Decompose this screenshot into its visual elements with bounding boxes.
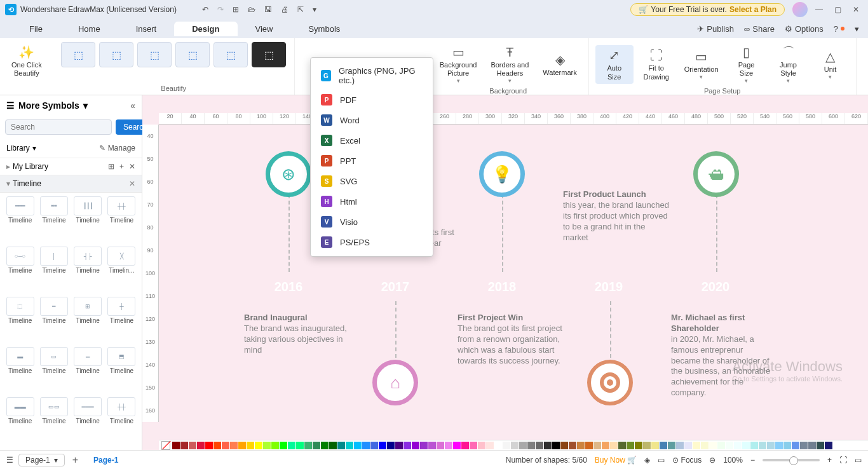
color-swatch[interactable] — [825, 442, 832, 449]
color-swatch[interactable] — [709, 442, 717, 449]
timeline-symbol-2[interactable]: ┃┃┃Timeline — [72, 196, 104, 245]
color-swatch[interactable] — [172, 442, 180, 449]
fit-drawing-button[interactable]: ⛶Fit to Drawing — [637, 45, 675, 83]
color-swatch[interactable] — [288, 442, 295, 449]
timeline-symbol-19[interactable]: ┼┼Timeline — [105, 397, 138, 446]
color-swatch[interactable] — [354, 442, 362, 449]
color-swatch[interactable] — [627, 442, 634, 449]
fit-width-icon[interactable]: ▭ — [855, 456, 862, 465]
export-graphics[interactable]: GGraphics (PNG, JPG etc.) — [311, 62, 433, 90]
color-swatch[interactable] — [527, 442, 535, 449]
color-swatch[interactable] — [610, 442, 618, 449]
fit-page-icon[interactable]: ⛶ — [839, 456, 847, 465]
color-swatch[interactable] — [238, 442, 246, 449]
watermark-button[interactable]: ◈Watermark — [538, 50, 581, 79]
color-swatch[interactable] — [503, 442, 510, 449]
page-selector[interactable]: Page-1▾ — [18, 454, 65, 466]
color-swatch[interactable] — [668, 442, 675, 449]
lib-close-icon[interactable]: ✕ — [129, 162, 135, 171]
theme-thumb-6[interactable]: ⬚ — [252, 42, 286, 67]
color-swatch[interactable] — [412, 442, 419, 449]
timeline-symbol-9[interactable]: ━Timeline — [37, 297, 70, 346]
export-excel[interactable]: XExcel — [311, 130, 433, 151]
theme-thumb-4[interactable]: ⬚ — [175, 42, 210, 67]
pages-icon[interactable]: ☰ — [6, 456, 13, 465]
color-swatch[interactable] — [263, 442, 271, 449]
menu-file[interactable]: File — [11, 22, 60, 36]
unit-button[interactable]: △Unit▾ — [811, 46, 850, 83]
timeline-symbol-16[interactable]: ▬▬Timeline — [4, 397, 36, 446]
timeline-close-icon[interactable]: ✕ — [129, 179, 135, 188]
color-swatch[interactable] — [313, 442, 320, 449]
open-icon[interactable]: 🗁 — [248, 5, 255, 14]
timeline-symbol-7[interactable]: ╳Timelin... — [105, 247, 138, 296]
user-avatar[interactable] — [792, 2, 808, 17]
help-icon[interactable]: ? — [834, 24, 844, 34]
timeline-section-label[interactable]: Timeline — [13, 179, 41, 188]
borders-headers-button[interactable]: ŦBorders and Headers▾ — [485, 42, 534, 87]
timeline-symbol-18[interactable]: ═══Timeline — [72, 397, 104, 446]
color-swatch[interactable] — [602, 442, 609, 449]
maximize-icon[interactable]: ▢ — [834, 5, 841, 14]
menu-design[interactable]: Design — [174, 22, 237, 36]
manage-library-button[interactable]: ✎ Manage — [99, 144, 135, 153]
export-svg[interactable]: SSVG — [311, 171, 433, 191]
color-swatch[interactable] — [643, 442, 651, 449]
minimize-icon[interactable]: — — [815, 5, 823, 14]
theme-thumb-5[interactable]: ⬚ — [214, 42, 248, 67]
more-symbols-label[interactable]: More Symbols — [18, 100, 79, 111]
symbol-search-input[interactable] — [5, 119, 112, 135]
color-swatch[interactable] — [717, 442, 725, 449]
theme-thumb-3[interactable]: ⬚ — [137, 42, 172, 67]
timeline-symbol-6[interactable]: ┤├Timeline — [72, 247, 104, 296]
color-swatch[interactable] — [817, 442, 824, 449]
print-icon[interactable]: 🖨 — [281, 5, 288, 14]
lib-grid-icon[interactable]: ⊞ — [108, 162, 114, 171]
timeline-symbol-4[interactable]: ○─○Timeline — [4, 247, 36, 296]
color-swatch[interactable] — [544, 442, 552, 449]
collapse-sidebar-icon[interactable]: « — [130, 100, 135, 111]
dropdown-icon[interactable]: ▾ — [83, 100, 88, 111]
zoom-out-icon[interactable]: ⊖ — [709, 456, 715, 465]
color-swatch[interactable] — [304, 442, 312, 449]
color-swatch[interactable] — [494, 442, 502, 449]
color-swatch[interactable] — [593, 442, 601, 449]
page-size-button[interactable]: ▯Page Size▾ — [728, 42, 766, 87]
color-swatch[interactable] — [247, 442, 254, 449]
my-library-label[interactable]: My Library — [13, 162, 48, 171]
color-swatch[interactable] — [750, 442, 758, 449]
add-page-button[interactable]: + — [72, 454, 78, 466]
color-swatch[interactable] — [197, 442, 205, 449]
color-swatch[interactable] — [395, 442, 403, 449]
color-swatch[interactable] — [271, 442, 279, 449]
new-icon[interactable]: ⊞ — [233, 5, 239, 14]
color-swatch[interactable] — [684, 442, 692, 449]
color-swatch[interactable] — [660, 442, 667, 449]
timeline-symbol-10[interactable]: ⊞Timeline — [72, 297, 104, 346]
hamburger-icon[interactable]: ☰ — [6, 100, 15, 111]
color-swatch[interactable] — [428, 442, 436, 449]
color-swatch[interactable] — [370, 442, 378, 449]
color-swatch[interactable] — [519, 442, 527, 449]
zoom-minus-icon[interactable]: − — [750, 456, 755, 465]
timeline-symbol-14[interactable]: ═Timeline — [72, 347, 104, 396]
trial-banner[interactable]: 🛒 Your Free Trial is over. Select a Plan — [630, 3, 785, 16]
qat-more-icon[interactable]: ▾ — [313, 5, 316, 14]
color-swatch[interactable] — [486, 442, 494, 449]
color-swatch[interactable] — [536, 442, 543, 449]
export-word[interactable]: WWord — [311, 110, 433, 130]
timeline-symbol-1[interactable]: •••Timeline — [37, 196, 70, 245]
color-swatch[interactable] — [759, 442, 766, 449]
color-swatch[interactable] — [808, 442, 816, 449]
menu-view[interactable]: View — [238, 22, 291, 36]
timeline-symbol-0[interactable]: ━━━Timeline — [4, 196, 36, 245]
color-swatch[interactable] — [189, 442, 196, 449]
lib-add-icon[interactable]: + — [119, 162, 124, 171]
color-swatch[interactable] — [676, 442, 684, 449]
close-icon[interactable]: ✕ — [853, 5, 859, 14]
focus-button[interactable]: ⊙ Focus — [672, 456, 702, 465]
color-swatch[interactable] — [255, 442, 262, 449]
color-swatch[interactable] — [222, 442, 229, 449]
menu-home[interactable]: Home — [60, 22, 118, 36]
color-swatch[interactable] — [775, 442, 783, 449]
